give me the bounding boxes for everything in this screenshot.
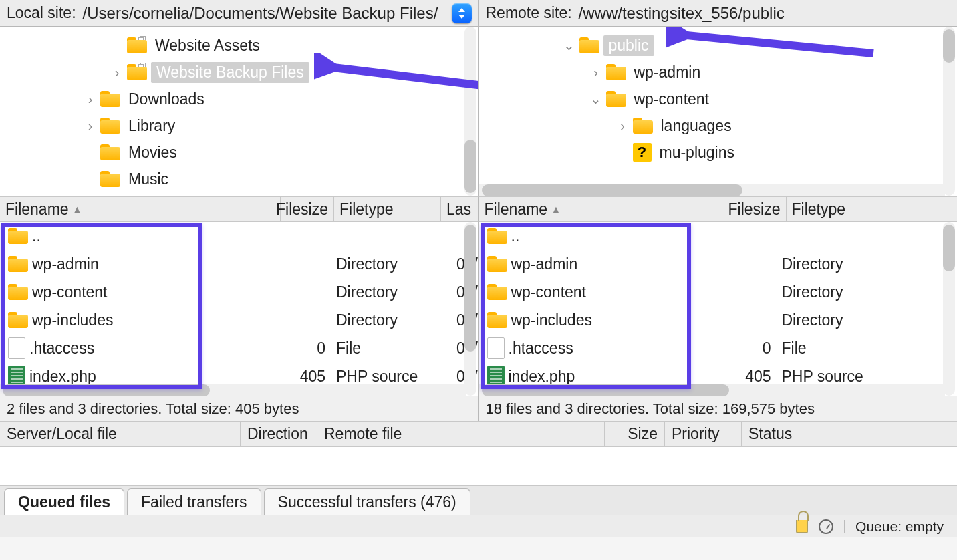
chevron-icon[interactable]: › <box>613 118 633 134</box>
file-row[interactable]: wp-contentDirectory08/ <box>0 278 479 306</box>
tree-item[interactable]: ›Downloads <box>0 86 479 112</box>
tree-item-label: Downloads <box>124 90 204 108</box>
remote-site-label: Remote site: <box>486 4 572 22</box>
qcol-file[interactable]: Server/Local file <box>7 425 117 442</box>
folder-icon <box>127 37 147 53</box>
scrollbar[interactable] <box>479 184 946 196</box>
tree-item[interactable]: ›languages <box>479 112 958 139</box>
scrollbar[interactable] <box>479 384 946 396</box>
qcol-direction[interactable]: Direction <box>247 425 308 442</box>
qcol-priority[interactable]: Priority <box>672 425 720 442</box>
folder-icon <box>633 118 653 134</box>
local-file-list[interactable]: ..wp-adminDirectory08/wp-contentDirector… <box>0 222 479 396</box>
tab-successful[interactable]: Successful transfers (476) <box>264 488 470 515</box>
lock-icon[interactable] <box>796 520 808 533</box>
file-name: wp-content <box>511 283 587 301</box>
file-row[interactable]: wp-includesDirectory08/ <box>0 306 479 334</box>
file-name: wp-includes <box>511 311 592 329</box>
scrollbar[interactable] <box>0 384 466 396</box>
qcol-remote[interactable]: Remote file <box>324 425 402 442</box>
tree-item[interactable]: ⌄wp-content <box>479 86 958 112</box>
tree-item[interactable]: ⌄public <box>479 32 958 59</box>
chevron-icon[interactable]: › <box>586 65 606 80</box>
file-name: wp-admin <box>32 255 99 273</box>
chevron-icon[interactable]: ⌄ <box>586 91 606 107</box>
file-row[interactable]: wp-adminDirectory <box>479 250 958 278</box>
tree-item[interactable]: ›wp-admin <box>479 59 958 86</box>
local-site-path[interactable]: /Users/cornelia/Documents/Website Backup… <box>83 4 445 23</box>
tree-item[interactable]: ›Library <box>0 112 479 139</box>
file-row[interactable]: .htaccess0File08/ <box>0 334 479 362</box>
file-type: File <box>336 339 361 357</box>
file-size: 405 <box>745 368 771 385</box>
col-last[interactable]: Las <box>446 200 471 219</box>
chevron-icon[interactable]: › <box>80 92 100 107</box>
remote-list-header[interactable]: Filename▲ Filesize Filetype <box>479 196 958 222</box>
local-tree[interactable]: Website Assets›Website Backup Files›Down… <box>0 27 479 196</box>
tree-item-label: Movies <box>124 144 177 162</box>
file-row[interactable]: .. <box>479 222 958 250</box>
scrollbar[interactable] <box>464 27 476 196</box>
file-row[interactable]: wp-contentDirectory <box>479 278 958 306</box>
tree-item[interactable]: ›Website Backup Files <box>0 59 479 86</box>
tree-item-label: mu-plugins <box>656 144 735 162</box>
tab-failed[interactable]: Failed transfers <box>127 488 261 515</box>
status-bar: Queue: empty <box>0 515 957 537</box>
scrollbar[interactable] <box>943 27 955 196</box>
unknown-icon: ? <box>633 143 652 162</box>
file-size: 0 <box>763 339 771 357</box>
local-site-dropdown[interactable] <box>452 3 472 23</box>
file-type: PHP source <box>782 368 863 385</box>
col-filename[interactable]: Filename <box>485 200 548 219</box>
file-size: 0 <box>317 339 325 357</box>
queue-body[interactable] <box>0 446 957 485</box>
tree-item-label: Website Assets <box>151 37 260 55</box>
file-row[interactable]: wp-adminDirectory08/ <box>0 250 479 278</box>
tab-queued[interactable]: Queued files <box>4 488 124 515</box>
qcol-size[interactable]: Size <box>628 425 658 442</box>
folder-icon <box>579 37 599 53</box>
col-filesize[interactable]: Filesize <box>728 200 781 219</box>
tree-item-label: wp-content <box>630 90 710 108</box>
folder-icon <box>100 118 120 134</box>
folder-icon <box>487 228 507 244</box>
local-list-header[interactable]: Filename▲ Filesize Filetype Las <box>0 196 479 222</box>
tree-item[interactable]: Website Assets <box>0 32 479 59</box>
queue-header[interactable]: Server/Local file Direction Remote file … <box>0 421 957 446</box>
speed-gauge-icon[interactable] <box>819 519 833 534</box>
file-row[interactable]: .. <box>0 222 479 250</box>
file-icon <box>8 337 25 359</box>
file-row[interactable]: .htaccess0File <box>479 334 958 362</box>
file-type: Directory <box>336 283 398 301</box>
chevron-icon[interactable]: ⌄ <box>559 37 579 53</box>
file-name: wp-includes <box>32 311 113 329</box>
qcol-status[interactable]: Status <box>748 425 792 442</box>
file-row[interactable]: wp-includesDirectory <box>479 306 958 334</box>
sort-asc-icon: ▲ <box>551 204 561 215</box>
tree-item[interactable]: Music <box>0 166 479 192</box>
remote-file-list[interactable]: ..wp-adminDirectorywp-contentDirectorywp… <box>479 222 958 396</box>
col-filetype[interactable]: Filetype <box>339 200 394 219</box>
col-filetype[interactable]: Filetype <box>792 200 846 219</box>
local-site-bar: Local site: /Users/cornelia/Documents/We… <box>0 0 479 27</box>
remote-site-path[interactable]: /www/testingsitex_556/public <box>579 4 950 23</box>
scrollbar[interactable] <box>943 222 955 396</box>
remote-site-bar: Remote site: /www/testingsitex_556/publi… <box>479 0 958 27</box>
chevron-icon[interactable]: › <box>107 65 127 80</box>
folder-icon <box>100 91 120 107</box>
file-type: File <box>782 339 807 357</box>
remote-tree[interactable]: ⌄public›wp-admin⌄wp-content›languages?mu… <box>479 27 958 196</box>
chevron-icon[interactable]: › <box>80 118 100 134</box>
col-filename[interactable]: Filename <box>5 200 69 219</box>
file-name: .. <box>511 227 520 245</box>
tree-item-label: Library <box>124 117 175 135</box>
file-name: index.php <box>29 368 96 386</box>
tree-item[interactable]: Movies <box>0 139 479 166</box>
file-name: wp-content <box>32 283 108 301</box>
tree-item[interactable]: ?mu-plugins <box>479 139 958 166</box>
file-name: .htaccess <box>29 339 94 358</box>
folder-icon <box>487 284 507 300</box>
scrollbar[interactable] <box>464 222 476 396</box>
col-filesize[interactable]: Filesize <box>276 200 328 219</box>
sort-asc-icon: ▲ <box>73 204 82 215</box>
